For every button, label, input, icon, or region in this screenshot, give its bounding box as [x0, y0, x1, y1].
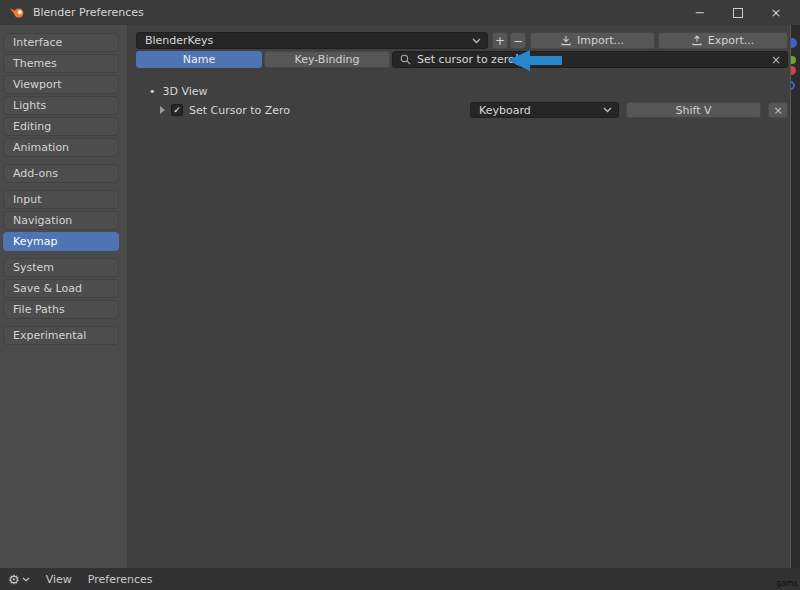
sidebar-group: System Save & Load File Paths	[3, 258, 119, 319]
sidebar-item-label: Themes	[13, 57, 57, 70]
sidebar-item-label: Interface	[13, 36, 62, 49]
gizmo-axis-blue-ring-icon	[790, 81, 795, 90]
sidebar-item-label: File Paths	[13, 303, 65, 316]
sidebar-item-label: Animation	[13, 141, 69, 154]
shortcut-label: Shift V	[675, 104, 711, 117]
sidebar-item-label: System	[13, 261, 54, 274]
window-title: Blender Preferences	[33, 6, 144, 19]
disclosure-dot-icon: •	[149, 85, 156, 98]
maximize-button[interactable]	[726, 0, 750, 25]
footer-menubar: ⚙ View Preferences	[0, 568, 800, 590]
check-icon: ✓	[173, 105, 181, 115]
device-value: Keyboard	[479, 104, 531, 117]
import-button[interactable]: Import...	[530, 32, 655, 49]
filter-tab-key-binding[interactable]: Key-Binding	[264, 51, 390, 68]
import-label: Import...	[577, 34, 624, 47]
sidebar-item-lights[interactable]: Lights	[3, 96, 119, 115]
close-icon: ×	[771, 5, 782, 20]
sidebar-item-navigation[interactable]: Navigation	[3, 211, 119, 230]
sidebar-group: Experimental	[3, 326, 119, 345]
keymap-preset-select[interactable]: BlenderKeys	[136, 32, 488, 49]
sidebar-item-label: Add-ons	[13, 167, 58, 180]
minimize-icon: −	[695, 5, 706, 20]
sidebar-item-experimental[interactable]: Experimental	[3, 326, 119, 345]
sidebar-group: Add-ons	[3, 164, 119, 183]
sidebar-item-input[interactable]: Input	[3, 190, 119, 209]
sidebar-item-label: Experimental	[13, 329, 86, 342]
search-value: Set cursor to zero	[417, 53, 515, 66]
minimize-button[interactable]: −	[688, 0, 712, 25]
keymap-editor: BlenderKeys + − Import... Export... Name…	[127, 25, 790, 568]
gizmo-axis-red-icon	[790, 66, 796, 75]
close-button[interactable]: ×	[764, 0, 788, 25]
tab-label: Key-Binding	[295, 53, 360, 66]
device-select[interactable]: Keyboard	[470, 102, 619, 118]
search-input[interactable]: Set cursor to zero ×	[392, 51, 788, 68]
clear-search-icon[interactable]: ×	[771, 53, 781, 67]
text-cursor	[516, 54, 518, 65]
sidebar-group: Input Navigation Keymap	[3, 190, 119, 251]
viewport-sliver	[790, 25, 800, 568]
filter-tab-name[interactable]: Name	[136, 51, 262, 68]
sidebar-item-label: Input	[13, 193, 41, 206]
import-icon	[561, 35, 571, 46]
maximize-icon	[733, 8, 743, 18]
sidebar-item-addons[interactable]: Add-ons	[3, 164, 119, 183]
menu-preferences[interactable]: Preferences	[88, 573, 153, 586]
sidebar-item-keymap[interactable]: Keymap	[3, 232, 119, 251]
export-button[interactable]: Export...	[658, 32, 788, 49]
blender-preferences-window: Blender Preferences − × Interface Themes…	[0, 0, 800, 590]
gear-icon: ⚙	[8, 572, 20, 587]
shortcut-button[interactable]: Shift V	[626, 102, 761, 118]
keymap-item-row: ✓ Set Cursor to Zero Keyboard Shift V ×	[127, 102, 790, 118]
export-label: Export...	[708, 34, 755, 47]
sidebar-item-label: Viewport	[13, 78, 62, 91]
sidebar-item-label: Lights	[13, 99, 46, 112]
keymap-category-label: 3D View	[163, 85, 208, 98]
tab-label: Name	[183, 53, 215, 66]
sidebar-item-label: Keymap	[13, 235, 57, 248]
minus-icon: −	[513, 34, 523, 48]
expand-triangle-icon[interactable]	[160, 106, 165, 114]
titlebar: Blender Preferences − ×	[0, 0, 800, 25]
menu-view[interactable]: View	[46, 573, 72, 586]
chevron-down-icon	[603, 107, 612, 113]
keymap-item-label: Set Cursor to Zero	[189, 104, 290, 117]
keymap-category-row[interactable]: • 3D View	[127, 84, 208, 98]
chevron-down-icon	[22, 577, 30, 582]
plus-icon: +	[495, 34, 505, 48]
gizmo-axis-green-icon	[790, 56, 796, 64]
item-enabled-checkbox[interactable]: ✓	[171, 104, 183, 116]
remove-preset-button[interactable]: −	[510, 32, 526, 49]
add-preset-button[interactable]: +	[492, 32, 508, 49]
sidebar-item-viewport[interactable]: Viewport	[3, 75, 119, 94]
keymap-preset-value: BlenderKeys	[145, 34, 213, 47]
sidebar-item-system[interactable]: System	[3, 258, 119, 277]
sidebar-item-themes[interactable]: Themes	[3, 54, 119, 73]
close-icon: ×	[773, 104, 782, 117]
preferences-sidebar: Interface Themes Viewport Lights Editing…	[0, 25, 127, 568]
gizmo-axis-blue-icon	[790, 38, 797, 48]
sidebar-item-editing[interactable]: Editing	[3, 117, 119, 136]
editor-type-button[interactable]: ⚙	[8, 572, 30, 587]
export-icon	[692, 35, 702, 46]
sidebar-item-save-load[interactable]: Save & Load	[3, 279, 119, 298]
watermark: gams	[776, 579, 798, 588]
sidebar-group: Interface Themes Viewport Lights Editing…	[3, 33, 119, 157]
sidebar-item-label: Navigation	[13, 214, 72, 227]
chevron-down-icon	[472, 38, 481, 44]
blender-logo-icon	[9, 6, 25, 19]
remove-item-button[interactable]: ×	[768, 102, 788, 118]
sidebar-item-label: Save & Load	[13, 282, 82, 295]
sidebar-item-animation[interactable]: Animation	[3, 138, 119, 157]
search-icon	[400, 54, 411, 65]
sidebar-item-label: Editing	[13, 120, 51, 133]
sidebar-item-interface[interactable]: Interface	[3, 33, 119, 52]
sidebar-item-file-paths[interactable]: File Paths	[3, 300, 119, 319]
window-controls: − ×	[688, 0, 800, 25]
